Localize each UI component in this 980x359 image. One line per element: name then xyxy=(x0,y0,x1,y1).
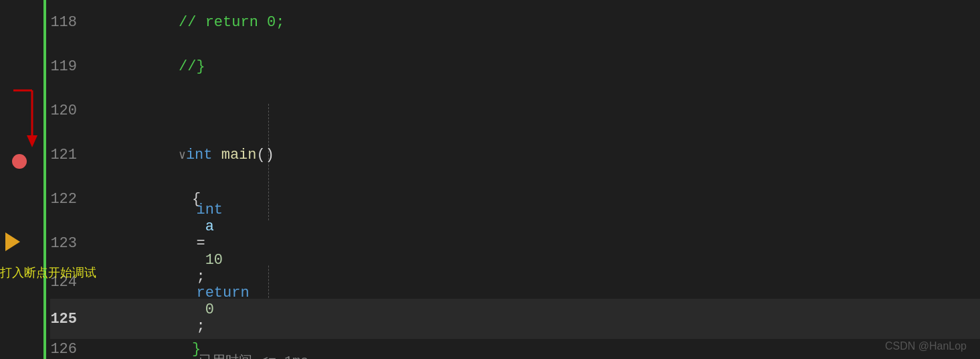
code-token: a xyxy=(196,218,223,235)
annotation-text: 打入断点开始调试 xyxy=(0,265,96,281)
code-token: int xyxy=(186,147,213,163)
code-area: 118 // return 0; 119 //} 120 121 xyxy=(43,0,980,359)
line-content-118: // return 0; xyxy=(90,0,284,48)
fold-icon: ∨ xyxy=(179,149,186,162)
editor-container: 打入断点开始调试 118 // return 0; 119 //} xyxy=(0,0,980,359)
code-lines-container: 118 // return 0; 119 //} 120 121 xyxy=(50,0,980,359)
table-row: 118 // return 0; xyxy=(50,0,980,44)
line-number-125: 125 xyxy=(50,311,90,328)
code-token: //} xyxy=(179,58,205,75)
gutter: 打入断点开始调试 xyxy=(0,0,43,359)
code-token: 0 xyxy=(196,301,213,318)
line-content-126: } xyxy=(90,324,201,360)
table-row: 126 } xyxy=(50,339,980,359)
line-content-119: //} xyxy=(90,42,205,92)
red-arrow-icon xyxy=(0,87,40,157)
table-row: 120 xyxy=(50,88,980,133)
code-token: } xyxy=(192,341,201,358)
code-token: = xyxy=(196,235,205,252)
code-token: // return 0; xyxy=(179,14,284,31)
line-number-119: 119 xyxy=(50,58,90,75)
current-line-arrow-icon xyxy=(5,232,20,251)
green-bar xyxy=(43,0,46,359)
watermark-text: CSDN @HanLop xyxy=(885,340,967,352)
line-number-123: 123 xyxy=(50,235,90,252)
line-number-126: 126 xyxy=(50,341,90,358)
line-number-122: 122 xyxy=(50,191,90,208)
code-token: return xyxy=(196,285,249,301)
code-token: main xyxy=(221,147,257,163)
code-token: int xyxy=(196,202,223,218)
line-number-120: 120 xyxy=(50,102,90,119)
line-number-121: 121 xyxy=(50,147,90,163)
code-token: () xyxy=(257,147,274,163)
breakpoint-dot[interactable] xyxy=(12,154,27,169)
code-token xyxy=(212,147,221,163)
table-row: 119 //} xyxy=(50,44,980,88)
svg-marker-2 xyxy=(27,135,37,147)
line-number-118: 118 xyxy=(50,14,90,31)
code-token: } xyxy=(192,341,201,358)
